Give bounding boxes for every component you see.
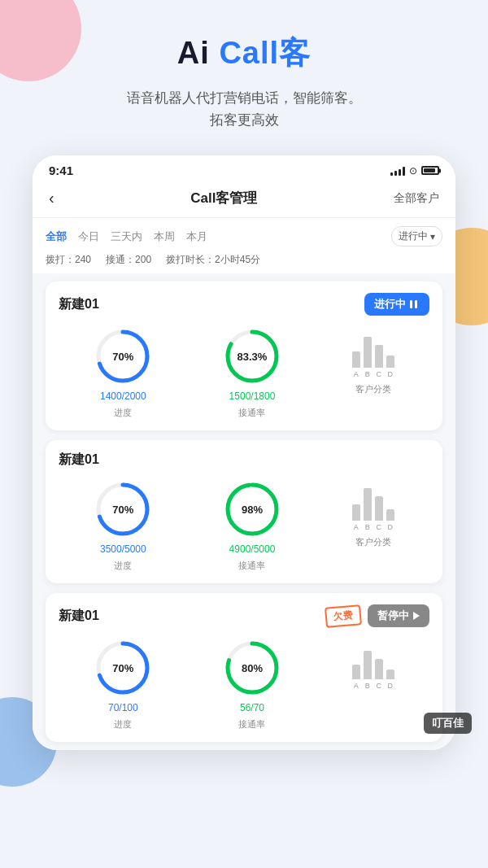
bar-labels: ABCD [352,523,394,531]
metric-bar: ABCD [352,639,394,695]
metric-label: 接通率 [238,407,265,419]
hero-title-ai: Ai [177,36,220,70]
bar-chart-container: ABCD [352,480,394,531]
bar-label: C [375,682,383,690]
circle-container: 70% [94,480,152,539]
battery-icon [421,166,439,175]
page-content: Ai Call客 语音机器人代打营销电话，智能筛客。 拓客更高效 9:41 ⊙ [0,0,488,750]
bar [386,355,394,368]
metric-value: 56/70 [240,702,264,713]
bar-chart-container: ABCD [352,327,394,378]
circle-percent: 80% [242,662,263,674]
filter-tab-month[interactable]: 本月 [186,229,207,244]
campaign-card[interactable]: 新建01 进行中 70% 1400/2000 进度 [46,281,442,430]
metric-value: 4900/5000 [229,543,276,555]
circle-container: 70% [94,639,152,697]
bar-label: D [386,370,394,378]
card-title: 新建01 [59,608,99,625]
circle-container: 98% [223,480,281,539]
card-title: 新建01 [59,296,99,313]
circle-container: 70% [94,327,152,386]
circle-percent: 70% [112,351,133,363]
bar-labels: ABCD [352,682,394,690]
nav-action[interactable]: 全部客户 [394,191,439,206]
filter-tab-today[interactable]: 今日 [78,229,99,244]
filter-dropdown[interactable]: 进行中 ▾ [391,226,442,246]
filter-tab-3days[interactable]: 三天内 [111,229,142,244]
hero-title-call: Call客 [219,36,311,70]
filter-tab-all[interactable]: 全部 [46,229,67,244]
bar-label: D [386,523,394,531]
bar-label: B [364,370,372,378]
bar-chart [352,327,394,368]
card-header: 新建01 [59,451,429,469]
metric-circle: 98% 4900/5000 接通率 [223,480,281,572]
metric-value: 70/100 [108,702,138,713]
card-title: 新建01 [59,451,99,469]
bar [386,670,394,679]
cards-area: 新建01 进行中 70% 1400/2000 进度 [33,273,455,750]
bar-labels: ABCD [352,370,394,378]
connect-stat: 接通：200 [106,253,151,267]
bar-chart-label: 客户分类 [355,536,391,548]
phone-mockup: 9:41 ⊙ ‹ Call客管理 全部客户 [33,155,455,750]
bar-chart [352,480,394,521]
pause-icon [410,299,420,309]
bar-chart-label: 客户分类 [355,383,391,395]
filter-tabs: 全部 今日 三天内 本周 本月 进行中 ▾ [46,226,442,246]
bar-label: D [386,682,394,690]
status-badge-paused: 暂停中 [368,604,429,627]
watermark: 叮百佳 [424,713,472,734]
bar-label: A [352,370,360,378]
filter-tab-week[interactable]: 本周 [154,229,175,244]
bar [386,509,394,521]
metric-label: 接通率 [238,718,265,731]
bar [364,488,372,521]
metric-circle: 70% 3500/5000 进度 [94,480,152,572]
wifi-icon: ⊙ [409,165,417,177]
duration-stat: 拨打时长：2小时45分 [166,253,260,267]
back-button[interactable]: ‹ [49,189,54,207]
card-metrics: 70% 70/100 进度 80% 56/70 接通率 ABCD [59,639,429,731]
filter-bar: 全部 今日 三天内 本周 本月 进行中 ▾ 拨打：240 接通：200 拨打时长… [33,218,455,273]
card-header: 新建01 进行中 [59,293,429,316]
bar [352,504,360,521]
bar-label: B [364,523,372,531]
overdue-label: 欠费 [325,604,362,628]
status-bar: 9:41 ⊙ [33,155,455,182]
bar-label: A [352,682,360,690]
bar-label: B [364,682,372,690]
metric-circle: 70% 1400/2000 进度 [94,327,152,419]
status-icons: ⊙ [390,165,439,177]
metric-label: 接通率 [238,560,265,572]
bar-label: C [375,523,383,531]
circle-container: 80% [223,639,281,697]
nav-bar: ‹ Call客管理 全部客户 [33,182,455,218]
hero-subtitle: 语音机器人代打营销电话，智能筛客。 拓客更高效 [127,87,362,131]
filter-stats: 拨打：240 接通：200 拨打时长：2小时45分 [46,253,442,267]
signal-icon [390,166,405,176]
bar-label: C [375,370,383,378]
circle-percent: 98% [242,504,263,516]
bar [352,665,360,679]
bar [375,496,383,521]
campaign-card[interactable]: 新建01 70% 3500/5000 进度 [46,440,442,583]
status-time: 9:41 [49,164,73,177]
circle-percent: 70% [112,504,133,516]
metric-value: 3500/5000 [100,543,146,555]
metric-value: 1500/1800 [229,390,276,402]
card-metrics: 70% 1400/2000 进度 83.3% 1500/1800 接通率 AB [59,327,429,419]
card-metrics: 70% 3500/5000 进度 98% 4900/5000 接通率 ABCD [59,480,429,572]
bar-label: A [352,523,360,531]
metric-bar: ABCD 客户分类 [352,327,394,395]
campaign-card[interactable]: 新建01 欠费 暂停中 70% 70/100 进度 [46,593,442,742]
metric-label: 进度 [114,407,132,419]
bar [375,659,383,679]
metric-label: 进度 [114,560,132,572]
bar [375,345,383,368]
card-header: 新建01 欠费 暂停中 [59,604,429,627]
metric-circle: 70% 70/100 进度 [94,639,152,731]
metric-circle: 80% 56/70 接通率 [223,639,281,731]
bar [364,337,372,368]
metric-bar: ABCD 客户分类 [352,480,394,548]
